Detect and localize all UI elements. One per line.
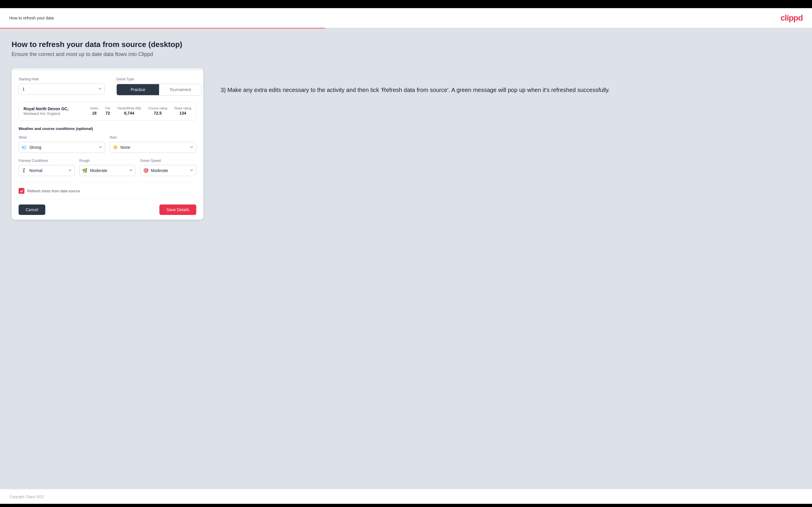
green-group: Green Speed 🎯 Moderate Slow Fast	[140, 159, 196, 176]
wind-rain-row: Wind 💨 Strong Light None	[18, 135, 196, 153]
content-area: Starting Hole 1 10 Game Type	[12, 68, 800, 220]
course-card: Royal North Devon GC, Westward Ho!, Engl…	[18, 102, 196, 121]
fairway-rough-green-row: Fairway Conditions 🏌️ Normal Soft Hard	[18, 159, 196, 176]
wind-select[interactable]: Strong Light None	[18, 142, 105, 153]
fairway-select-wrapper: 🏌️ Normal Soft Hard	[18, 165, 74, 176]
green-select-wrapper: 🎯 Moderate Slow Fast	[140, 165, 196, 176]
holes-value: 18	[92, 111, 97, 115]
practice-button[interactable]: Practice	[117, 84, 159, 95]
header-title: How to refresh your data	[9, 16, 54, 20]
game-type-group: Game Type Practice Tournament	[116, 77, 202, 96]
footer: Copyright Clippd 2022	[0, 489, 812, 504]
green-label: Green Speed	[140, 159, 196, 163]
wind-label: Wind	[18, 135, 105, 139]
instruction-text: 3) Make any extra edits necessary to the…	[221, 85, 800, 95]
green-select[interactable]: Moderate Slow Fast	[140, 165, 196, 176]
holes-stat: Holes 18	[90, 106, 98, 116]
rain-group: Rain ☀️ None Light Heavy	[110, 135, 196, 153]
form-panel: Starting Hole 1 10 Game Type	[12, 68, 203, 220]
course-info: Royal North Devon GC, Westward Ho!, Engl…	[23, 106, 68, 116]
course-name: Royal North Devon GC,	[23, 106, 68, 111]
starting-hole-select[interactable]: 1 10	[18, 83, 104, 95]
header: How to refresh your data clippd	[0, 8, 812, 29]
slope-rating-stat: Slope rating 134	[174, 106, 191, 116]
starting-hole-select-wrapper: 1 10	[18, 83, 104, 95]
yards-value: 6,744	[124, 111, 135, 115]
form-body: Starting Hole 1 10 Game Type	[12, 70, 203, 200]
rough-label: Rough	[79, 159, 135, 163]
footer-copyright: Copyright Clippd 2022	[9, 495, 44, 499]
course-rating-stat: Course rating 72.5	[148, 106, 167, 116]
wind-group: Wind 💨 Strong Light None	[18, 135, 105, 153]
wind-select-wrapper: 💨 Strong Light None	[18, 142, 105, 153]
slope-rating-label: Slope rating	[174, 106, 191, 110]
refresh-checkbox-row: Refresh shots from data source	[18, 182, 196, 200]
rough-select[interactable]: Moderate Light Heavy	[79, 165, 135, 176]
slope-rating-value: 134	[180, 111, 186, 115]
course-location: Westward Ho!, England	[23, 112, 68, 116]
cancel-button[interactable]: Cancel	[18, 205, 45, 215]
refresh-checkbox-label: Refresh shots from data source	[27, 189, 80, 193]
fairway-label: Fairway Conditions	[18, 159, 74, 163]
rain-select[interactable]: None Light Heavy	[110, 142, 196, 153]
conditions-title: Weather and course conditions (optional)	[18, 126, 196, 131]
starting-hole-group: Starting Hole 1 10	[18, 77, 104, 96]
rough-select-wrapper: 🌿 Moderate Light Heavy	[79, 165, 135, 176]
par-label: Par	[105, 106, 110, 110]
rough-group: Rough 🌿 Moderate Light Heavy	[79, 159, 135, 176]
right-panel: 3) Make any extra edits necessary to the…	[221, 68, 800, 95]
form-actions: Cancel Save Details	[12, 200, 203, 220]
game-type-buttons: Practice Tournament	[116, 83, 202, 96]
course-rating-value: 72.5	[154, 111, 162, 115]
starting-hole-game-type-row: Starting Hole 1 10 Game Type	[18, 77, 196, 96]
logo: clippd	[781, 13, 803, 22]
yards-stat: Yards/White (M)) 6,744	[117, 106, 141, 116]
par-stat: Par 72	[105, 106, 110, 116]
fairway-select[interactable]: Normal Soft Hard	[18, 165, 74, 176]
par-value: 72	[106, 111, 110, 115]
page-subheading: Ensure the correct and most up to date d…	[12, 51, 800, 57]
page-heading: How to refresh your data from source (de…	[12, 40, 800, 49]
top-bar	[0, 0, 812, 8]
form-top-strip	[12, 68, 203, 70]
main-content: How to refresh your data from source (de…	[0, 29, 812, 489]
yards-label: Yards/White (M))	[117, 106, 141, 110]
rain-select-wrapper: ☀️ None Light Heavy	[110, 142, 196, 153]
fairway-group: Fairway Conditions 🏌️ Normal Soft Hard	[18, 159, 74, 176]
game-type-label: Game Type	[116, 77, 202, 81]
tournament-button[interactable]: Tournament	[159, 84, 201, 95]
save-button[interactable]: Save Details	[159, 205, 196, 215]
holes-label: Holes	[90, 106, 98, 110]
starting-hole-label: Starting Hole	[18, 77, 104, 81]
refresh-checkbox[interactable]	[18, 188, 24, 194]
course-rating-label: Course rating	[148, 106, 167, 110]
course-stats: Holes 18 Par 72 Yards/White (M)) 6,744	[90, 106, 191, 116]
rain-label: Rain	[110, 135, 196, 139]
